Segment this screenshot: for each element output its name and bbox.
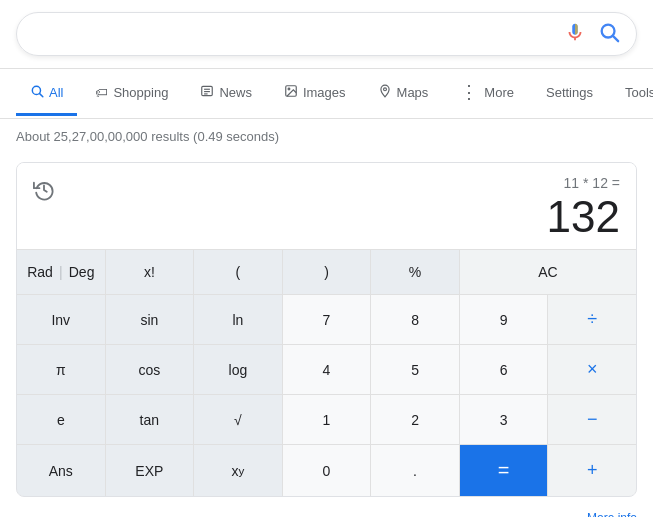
- maps-icon: [378, 84, 392, 101]
- more-info[interactable]: More info: [0, 505, 653, 517]
- settings-tools-group: Settings Tools: [532, 73, 653, 115]
- eight-button[interactable]: 8: [371, 295, 459, 344]
- search-bar-area: 11*12: [0, 0, 653, 69]
- close-paren-button[interactable]: ): [283, 250, 371, 294]
- ln-button[interactable]: ln: [194, 295, 282, 344]
- ans-button[interactable]: Ans: [17, 445, 105, 496]
- inv-button[interactable]: Inv: [17, 295, 105, 344]
- result-count: About 25,27,00,00,000 results (0.49 seco…: [0, 119, 653, 154]
- exp-button[interactable]: EXP: [106, 445, 194, 496]
- tools-link[interactable]: Tools: [611, 73, 653, 115]
- rad-deg-group: Rad | Deg: [17, 250, 105, 294]
- settings-label: Settings: [546, 85, 593, 100]
- tab-maps-label: Maps: [397, 85, 429, 100]
- e-button[interactable]: e: [17, 395, 105, 444]
- tan-button[interactable]: tan: [106, 395, 194, 444]
- mic-icon[interactable]: [564, 21, 586, 47]
- cos-button[interactable]: cos: [106, 345, 194, 394]
- tab-all[interactable]: All: [16, 72, 77, 116]
- tab-more-label: More: [484, 85, 514, 100]
- decimal-button[interactable]: .: [371, 445, 459, 496]
- history-icon[interactable]: [33, 179, 55, 206]
- tab-images[interactable]: Images: [270, 72, 360, 116]
- three-button[interactable]: 3: [460, 395, 548, 444]
- plus-button[interactable]: +: [548, 445, 636, 496]
- ac-button[interactable]: AC: [460, 250, 636, 294]
- tab-more[interactable]: ⋮ More: [446, 69, 528, 118]
- four-button[interactable]: 4: [283, 345, 371, 394]
- tab-images-label: Images: [303, 85, 346, 100]
- search-icon[interactable]: [598, 21, 620, 47]
- svg-line-3: [40, 93, 43, 96]
- all-icon: [30, 84, 44, 101]
- pi-button[interactable]: π: [17, 345, 105, 394]
- calc-expression: 11 * 12 =: [547, 175, 620, 191]
- seven-button[interactable]: 7: [283, 295, 371, 344]
- images-icon: [284, 84, 298, 101]
- zero-button[interactable]: 0: [283, 445, 371, 496]
- one-button[interactable]: 1: [283, 395, 371, 444]
- rad-button[interactable]: Rad: [21, 264, 59, 280]
- tab-news-label: News: [219, 85, 252, 100]
- minus-button[interactable]: −: [548, 395, 636, 444]
- svg-point-9: [288, 88, 290, 90]
- news-icon: [200, 84, 214, 101]
- calc-buttons: Rad | Deg x! ( ) % AC Inv sin ln 7 8 9 ÷…: [17, 249, 636, 496]
- power-button[interactable]: xy: [194, 445, 282, 496]
- calc-result-area: 11 * 12 = 132: [547, 175, 620, 241]
- nine-button[interactable]: 9: [460, 295, 548, 344]
- search-bar: 11*12: [16, 12, 637, 56]
- open-paren-button[interactable]: (: [194, 250, 282, 294]
- svg-point-10: [383, 87, 386, 90]
- tab-maps[interactable]: Maps: [364, 72, 443, 116]
- sin-button[interactable]: sin: [106, 295, 194, 344]
- shopping-icon: 🏷: [95, 85, 108, 100]
- percent-button[interactable]: %: [371, 250, 459, 294]
- tab-shopping-label: Shopping: [113, 85, 168, 100]
- five-button[interactable]: 5: [371, 345, 459, 394]
- calc-display: 11 * 12 = 132: [17, 163, 636, 249]
- more-icon: ⋮: [460, 81, 479, 103]
- equals-button[interactable]: =: [460, 445, 548, 496]
- factorial-button[interactable]: x!: [106, 250, 194, 294]
- nav-tabs: All 🏷 Shopping News Images Maps ⋮ More S…: [0, 69, 653, 119]
- tab-shopping[interactable]: 🏷 Shopping: [81, 73, 182, 115]
- log-button[interactable]: log: [194, 345, 282, 394]
- search-input[interactable]: 11*12: [33, 24, 564, 45]
- deg-button[interactable]: Deg: [63, 264, 101, 280]
- multiply-button[interactable]: ×: [548, 345, 636, 394]
- six-button[interactable]: 6: [460, 345, 548, 394]
- settings-link[interactable]: Settings: [532, 73, 607, 115]
- svg-line-1: [613, 36, 618, 41]
- two-button[interactable]: 2: [371, 395, 459, 444]
- calc-result: 132: [547, 193, 620, 241]
- search-icons: [564, 21, 620, 47]
- calculator: 11 * 12 = 132 Rad | Deg x! ( ) % AC Inv …: [16, 162, 637, 497]
- tools-label: Tools: [625, 85, 653, 100]
- tab-all-label: All: [49, 85, 63, 100]
- tab-news[interactable]: News: [186, 72, 266, 116]
- sqrt-button[interactable]: √: [194, 395, 282, 444]
- divide-button[interactable]: ÷: [548, 295, 636, 344]
